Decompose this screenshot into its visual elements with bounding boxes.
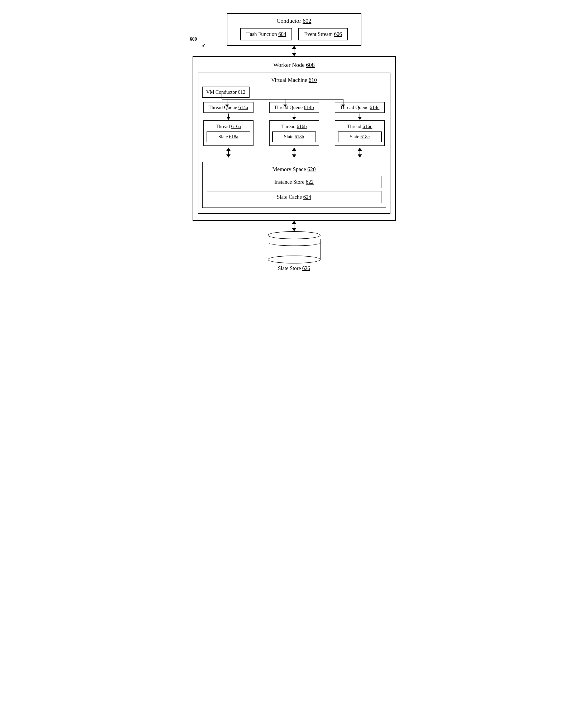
instance-store-box: Instance Store 622 (207, 176, 381, 188)
conductor-to-worker-arrow (193, 46, 396, 56)
cylinder-top (268, 231, 320, 239)
slate-store-cylinder: Slate Store 626 (268, 231, 320, 271)
label-600: 600 (190, 36, 197, 42)
cylinder-body (268, 239, 320, 260)
slate-a: Slate 618a (207, 132, 250, 142)
arrow-600: ↙ (202, 42, 206, 48)
three-columns: Thread Queue 614a Thread 616a Slate 618a (202, 102, 386, 146)
slate-store-section: Slate Store 626 (193, 231, 396, 271)
arrow-thread-mem-a (203, 147, 253, 158)
thread-b: Thread 616b Slate 618b (269, 120, 319, 146)
vm-content: VM Conductor 612 (202, 86, 386, 208)
thread-a: Thread 616a Slate 618a (203, 120, 253, 146)
memory-space-title: Memory Space 620 (207, 166, 381, 173)
arrow-queue-to-thread-b (292, 114, 296, 120)
hash-function-box: Hash Function 604 (240, 28, 292, 40)
slate-c: Slate 618c (338, 132, 382, 142)
conductor-inner: Hash Function 604 Event Stream 606 (232, 28, 356, 40)
arrow-queue-to-thread-c (358, 114, 362, 120)
worker-node-box: Worker Node 608 Virtual Machine 610 VM C… (193, 56, 396, 221)
diagram-page: 600 ↙ Conductor 602 Hash Function 604 Ev… (187, 5, 401, 279)
slate-store-label: Slate Store 626 (268, 265, 320, 271)
column-a: Thread Queue 614a Thread 616a Slate 618a (202, 102, 255, 146)
worker-to-slate-arrow (193, 221, 396, 231)
conductor-box: Conductor 602 Hash Function 604 Event St… (227, 13, 361, 46)
connector-lines (202, 92, 386, 105)
event-stream-box: Event Stream 606 (298, 28, 348, 40)
arrow-thread-mem-b (269, 147, 319, 158)
slate-cache-box: Slate Cache 624 (207, 191, 381, 203)
conductor-title: Conductor 602 (232, 17, 356, 24)
column-b: Thread Queue 614b Thread 616b Slate 618b (268, 102, 320, 146)
arrow-queue-to-thread-a (226, 114, 231, 120)
vm-box: Virtual Machine 610 VM Conductor 612 (198, 73, 391, 214)
cylinder-bottom (268, 256, 320, 263)
memory-space-box: Memory Space 620 Instance Store 622 Slat… (202, 162, 386, 208)
arrow-thread-mem-c (335, 147, 385, 158)
column-c: Thread Queue 614c Thread 616c Slate 618c (333, 102, 386, 146)
vm-title: Virtual Machine 610 (202, 77, 386, 83)
thread-to-memory-arrows (202, 147, 386, 158)
columns-area: Thread Queue 614a Thread 616a Slate 618a (202, 102, 386, 158)
thread-c: Thread 616c Slate 618c (335, 120, 385, 146)
worker-node-title: Worker Node 608 (198, 61, 391, 68)
slate-b: Slate 618b (272, 132, 316, 142)
